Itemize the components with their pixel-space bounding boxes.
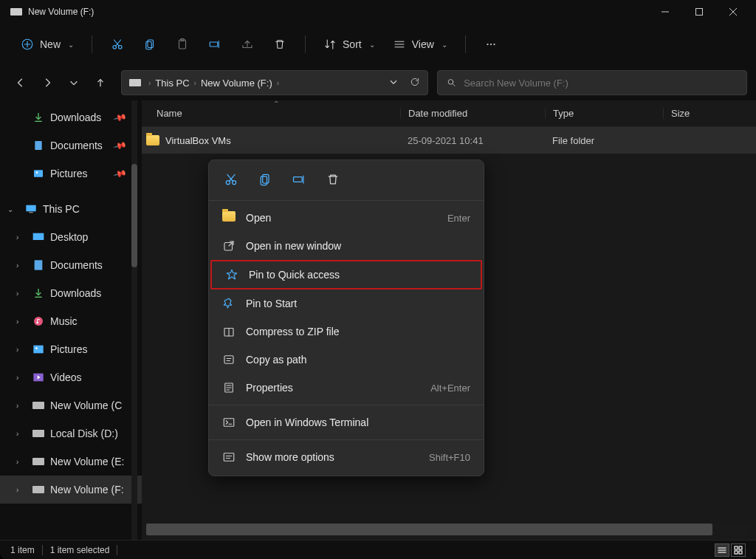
view-button[interactable]: View ⌄ xyxy=(385,31,455,58)
share-button[interactable] xyxy=(233,31,262,58)
drive-icon xyxy=(10,8,22,16)
chevron-right-icon[interactable]: › xyxy=(16,402,18,410)
sidebar-item-volume-d[interactable]: ›Local Disk (D:) xyxy=(0,419,142,447)
svg-point-35 xyxy=(34,317,43,326)
chevron-right-icon[interactable]: › xyxy=(16,346,18,354)
more-button[interactable] xyxy=(476,31,506,58)
search-bar[interactable] xyxy=(437,70,747,95)
sidebar-item-documents2[interactable]: ›Documents xyxy=(0,251,142,279)
properties-icon xyxy=(222,381,236,394)
sort-button[interactable]: Sort ⌄ xyxy=(316,31,382,58)
sidebar-scrollbar-thumb[interactable] xyxy=(131,164,137,267)
col-type[interactable]: Type xyxy=(545,108,663,119)
nav-row: › This PC › New Volume (F:) › xyxy=(0,65,756,100)
sidebar-item-pictures[interactable]: Pictures 📌 xyxy=(0,160,142,188)
column-headers: Name Date modified Type Size xyxy=(142,100,756,127)
terminal-icon xyxy=(222,416,236,429)
drive-icon xyxy=(32,428,44,439)
view-toggles xyxy=(715,543,746,557)
sidebar-item-volume-e[interactable]: ›New Volume (E: xyxy=(0,447,142,476)
context-icon-row xyxy=(209,165,484,197)
ctx-label: Open in new window xyxy=(246,240,341,252)
minimize-button[interactable] xyxy=(648,0,682,24)
ctx-open[interactable]: Open Enter xyxy=(209,204,484,232)
svg-rect-45 xyxy=(739,546,742,549)
search-input[interactable] xyxy=(464,78,738,89)
sidebar-item-label: This PC xyxy=(43,203,80,215)
svg-rect-47 xyxy=(739,551,742,554)
back-button[interactable] xyxy=(13,75,28,90)
sidebar-item-desktop[interactable]: ›Desktop xyxy=(0,223,142,251)
col-name[interactable]: Name xyxy=(142,108,400,119)
ctx-copy-path[interactable]: Copy as path xyxy=(209,346,484,374)
new-label: New xyxy=(40,38,61,50)
chevron-right-icon[interactable]: › xyxy=(16,261,18,270)
chevron-down-icon[interactable]: ⌄ xyxy=(7,205,13,213)
cut-button[interactable] xyxy=(103,31,132,58)
address-bar[interactable]: › This PC › New Volume (F:) › xyxy=(121,70,428,95)
sidebar-item-this-pc[interactable]: ⌄ This PC xyxy=(0,195,142,223)
shortcut: Enter xyxy=(447,213,470,224)
ctx-open-terminal[interactable]: Open in Windows Terminal xyxy=(209,408,484,436)
new-button[interactable]: New ⌄ xyxy=(13,31,81,58)
svg-point-38 xyxy=(35,347,38,349)
svg-rect-1 xyxy=(696,9,703,16)
ctx-pin-quick-access[interactable]: Pin to Quick access xyxy=(210,260,482,289)
chevron-right-icon[interactable]: › xyxy=(16,318,18,326)
sidebar-item-music[interactable]: ›Music xyxy=(0,307,142,335)
rename-button[interactable] xyxy=(200,31,230,58)
forward-button[interactable] xyxy=(40,75,55,90)
sort-label: Sort xyxy=(343,38,362,50)
chevron-right-icon[interactable]: › xyxy=(16,430,18,438)
horizontal-scrollbar[interactable] xyxy=(146,524,749,535)
ctx-properties[interactable]: Properties Alt+Enter xyxy=(209,374,484,402)
copy-button[interactable] xyxy=(135,31,165,58)
recent-button[interactable] xyxy=(66,75,81,90)
chevron-right-icon[interactable]: › xyxy=(16,486,18,494)
breadcrumb-pc[interactable]: This PC xyxy=(155,78,189,89)
chevron-right-icon[interactable]: › xyxy=(16,458,18,466)
chevron-right-icon[interactable]: › xyxy=(16,289,18,298)
cut-icon[interactable] xyxy=(224,172,238,190)
close-button[interactable] xyxy=(716,0,750,24)
col-date[interactable]: Date modified xyxy=(400,108,545,119)
svg-marker-57 xyxy=(227,270,237,279)
ctx-label: Compress to ZIP file xyxy=(246,326,340,337)
svg-point-29 xyxy=(36,171,38,174)
sidebar-item-downloads2[interactable]: ›Downloads xyxy=(0,279,142,307)
chevron-right-icon[interactable]: › xyxy=(16,374,18,382)
sidebar-item-volume-c[interactable]: ›New Volume (C xyxy=(0,391,142,419)
delete-button[interactable] xyxy=(265,31,295,58)
refresh-button[interactable] xyxy=(410,77,420,89)
separator xyxy=(465,35,466,53)
sidebar-item-volume-f[interactable]: ›New Volume (F: xyxy=(0,476,142,504)
breadcrumb-volume[interactable]: New Volume (F:) xyxy=(201,78,272,89)
paste-button[interactable] xyxy=(168,31,197,58)
maximize-button[interactable] xyxy=(682,0,716,24)
thumbnails-view-button[interactable] xyxy=(731,543,746,557)
details-view-button[interactable] xyxy=(715,543,729,557)
sidebar-item-videos[interactable]: ›Videos xyxy=(0,363,142,391)
rename-icon[interactable] xyxy=(292,172,306,190)
col-size[interactable]: Size xyxy=(663,108,756,119)
ctx-pin-start[interactable]: Pin to Start xyxy=(209,289,484,318)
sidebar-item-downloads[interactable]: Downloads 📌 xyxy=(0,103,142,131)
drive-icon xyxy=(32,399,44,411)
ctx-compress-zip[interactable]: Compress to ZIP file xyxy=(209,318,484,346)
ctx-open-new-window[interactable]: Open in new window xyxy=(209,232,484,260)
delete-icon[interactable] xyxy=(326,172,340,190)
drive-icon xyxy=(32,484,44,495)
scrollbar-thumb[interactable] xyxy=(146,524,712,535)
sidebar-item-documents[interactable]: Documents 📌 xyxy=(0,131,142,160)
up-button[interactable] xyxy=(93,75,108,90)
svg-rect-31 xyxy=(29,212,32,213)
chevron-right-icon[interactable]: › xyxy=(16,233,18,241)
address-dropdown[interactable] xyxy=(389,78,398,89)
ctx-show-more[interactable]: Show more options Shift+F10 xyxy=(209,443,484,471)
shortcut: Alt+Enter xyxy=(430,383,470,394)
sidebar-item-pictures2[interactable]: ›Pictures xyxy=(0,335,142,363)
svg-rect-44 xyxy=(735,546,738,549)
copy-icon[interactable] xyxy=(258,172,272,190)
svg-point-23 xyxy=(493,44,495,45)
file-row[interactable]: VirtualBox VMs 25-09-2021 10:41 File fol… xyxy=(142,127,756,154)
